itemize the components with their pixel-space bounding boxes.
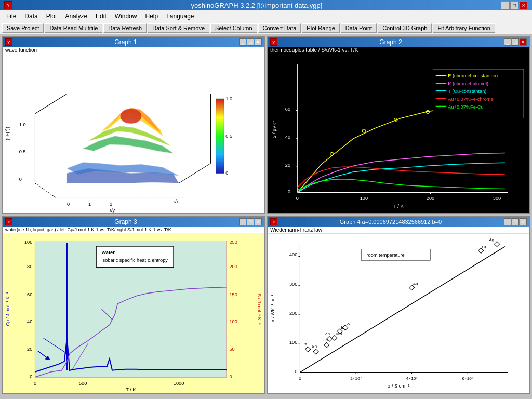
graph4-titlebar: Y Graph 4 a=0.000697214832566912 b=0 _ □…: [268, 217, 529, 227]
graph4-maximize[interactable]: □: [512, 218, 519, 225]
svg-text:20: 20: [285, 163, 290, 168]
graph1-controls[interactable]: _ □ ✕: [239, 38, 262, 46]
svg-text:60: 60: [27, 292, 32, 297]
graph3-canvas[interactable]: Cp / J·mol⁻¹·K⁻¹ S / J·mol⁻¹·K⁻¹ 0 20 40…: [3, 233, 264, 393]
svg-text:r/y: r/y: [110, 208, 115, 213]
svg-text:Cp / J·mol⁻¹·K⁻¹: Cp / J·mol⁻¹·K⁻¹: [5, 292, 10, 326]
svg-text:T / K: T / K: [126, 387, 136, 392]
svg-text:0: 0: [229, 374, 232, 379]
graph3-icon: Y: [5, 218, 12, 225]
svg-text:1: 1: [88, 202, 91, 207]
svg-text:100: 100: [360, 196, 368, 201]
graph1-canvas[interactable]: (ψ²(r)) 1.0 0.5 0 0 1 2: [3, 54, 264, 213]
svg-text:0: 0: [299, 376, 301, 381]
svg-text:isobaric specific heat & entro: isobaric specific heat & entropy: [102, 258, 168, 263]
menu-language[interactable]: Language: [162, 11, 198, 21]
svg-text:Pt: Pt: [303, 342, 308, 347]
graph2-controls[interactable]: _ □ ✕: [504, 38, 527, 46]
svg-text:150: 150: [229, 292, 237, 297]
svg-text:T (Cu-constantan): T (Cu-constantan): [448, 89, 486, 94]
graph2-maximize[interactable]: □: [512, 38, 519, 46]
graph2-canvas[interactable]: S / μVK⁻¹ 0 20 40 60 0 100 200 300 T / K: [268, 54, 529, 213]
title-bar: Y yoshinoGRAPH 3.2.2 [I:\important data.…: [0, 0, 532, 10]
graph3-title: Graph 3: [12, 218, 239, 225]
svg-text:0.5: 0.5: [225, 134, 232, 139]
menu-data[interactable]: Data: [20, 11, 42, 21]
graph3-subtitle: water(ice 1h, liquid, gas) / left Cp/J m…: [3, 227, 264, 233]
svg-text:σ / S·cm⁻¹: σ / S·cm⁻¹: [388, 383, 410, 389]
svg-text:200: 200: [427, 196, 434, 201]
data-point-button[interactable]: Data Point: [341, 23, 377, 33]
menu-bar: File Data Plot Analyze Edit Window Help …: [0, 10, 532, 22]
graph1-minimize[interactable]: _: [239, 38, 246, 46]
svg-text:Ir: Ir: [341, 325, 343, 330]
graph3-titlebar: Y Graph 3 _ □ ✕: [3, 217, 264, 227]
menu-file[interactable]: File: [2, 11, 20, 21]
svg-text:20: 20: [27, 347, 32, 352]
graph2-close[interactable]: ✕: [520, 38, 527, 46]
graph1-icon: Y: [5, 38, 12, 46]
graph4-subtitle: Wiedemann-Franz law: [268, 227, 529, 234]
svg-text:40: 40: [285, 135, 290, 140]
menu-edit[interactable]: Edit: [91, 11, 111, 21]
svg-text:2×10⁷: 2×10⁷: [350, 376, 361, 381]
graph1-maximize[interactable]: □: [247, 38, 254, 46]
graph3-controls[interactable]: _ □ ✕: [239, 218, 262, 225]
minimize-button[interactable]: _: [501, 1, 509, 9]
menu-plot[interactable]: Plot: [42, 11, 61, 21]
svg-text:2: 2: [110, 202, 112, 207]
menu-analyze[interactable]: Analyze: [61, 11, 91, 21]
svg-text:0: 0: [295, 369, 297, 375]
menu-help[interactable]: Help: [141, 11, 162, 21]
graph4-minimize[interactable]: _: [504, 218, 511, 225]
data-refresh-button[interactable]: Data Refresh: [103, 23, 147, 33]
graph3-minimize[interactable]: _: [239, 218, 246, 225]
svg-text:60: 60: [285, 107, 290, 112]
convert-data-button[interactable]: Convert Data: [258, 23, 301, 33]
fit-arbitrary-function-button[interactable]: Fit Arbitrary Function: [433, 23, 495, 33]
svg-text:S / μVK⁻¹: S / μVK⁻¹: [272, 118, 277, 138]
graph1-close[interactable]: ✕: [255, 38, 262, 46]
graph2-minimize[interactable]: _: [504, 38, 511, 46]
app-title: yoshinoGRAPH 3.2.2 [I:\important data.yg…: [12, 2, 501, 9]
svg-text:E (chromel-constantan): E (chromel-constantan): [448, 74, 498, 79]
svg-point-21: [120, 109, 141, 124]
graph2-subtitle: thermocouples table / S/uVK-1 vs. T/K: [268, 47, 529, 54]
app-icon: Y: [4, 1, 12, 9]
svg-text:300: 300: [289, 282, 297, 287]
svg-text:0: 0: [225, 171, 228, 176]
graph3-window: Y Graph 3 _ □ ✕ water(ice 1h, liquid, ga…: [2, 216, 265, 394]
plot-range-button[interactable]: Plot Range: [302, 23, 339, 33]
svg-text:Sn: Sn: [312, 344, 317, 349]
graph2-icon: Y: [270, 38, 277, 46]
graph4-window: Y Graph 4 a=0.000697214832566912 b=0 _ □…: [267, 216, 530, 394]
data-sort-remove-button[interactable]: Data Sort & Remove: [148, 23, 209, 33]
svg-text:1.0: 1.0: [19, 122, 26, 127]
graph1-window: Y Graph 1 _ □ ✕ wave function (ψ²(r)) 1.…: [2, 36, 265, 214]
svg-text:1000: 1000: [174, 381, 184, 386]
svg-text:W: W: [347, 322, 351, 326]
graph3-close[interactable]: ✕: [255, 218, 262, 225]
graph2-title: Graph 2: [277, 38, 504, 46]
svg-text:0: 0: [67, 202, 70, 207]
graph4-close[interactable]: ✕: [520, 218, 527, 225]
svg-text:K (chromel-alumel): K (chromel-alumel): [448, 81, 488, 86]
svg-text:200: 200: [229, 264, 237, 270]
maximize-button[interactable]: □: [510, 1, 518, 9]
graph4-controls[interactable]: _ □ ✕: [504, 218, 527, 225]
window-controls[interactable]: _ □ ✕: [501, 1, 528, 9]
save-project-button[interactable]: Save Project: [2, 23, 44, 33]
control-3d-graph-button[interactable]: Control 3D Graph: [378, 23, 432, 33]
graph3-maximize[interactable]: □: [247, 218, 254, 225]
svg-text:room temperature: room temperature: [367, 253, 405, 258]
graph4-canvas[interactable]: κ / WK⁻¹·m⁻¹ 0 100 200 300 400 0 2×10⁷ 4…: [268, 234, 529, 393]
graph4-icon: Y: [270, 218, 277, 225]
svg-text:T / K: T / K: [393, 204, 403, 209]
data-read-multifile-button[interactable]: Data Read Multifile: [45, 23, 102, 33]
menu-window[interactable]: Window: [111, 11, 141, 21]
select-column-button[interactable]: Select Column: [210, 23, 257, 33]
svg-text:Cu: Cu: [482, 245, 487, 249]
svg-rect-0: [3, 54, 264, 213]
close-button[interactable]: ✕: [520, 1, 528, 9]
svg-text:Water: Water: [102, 250, 115, 255]
